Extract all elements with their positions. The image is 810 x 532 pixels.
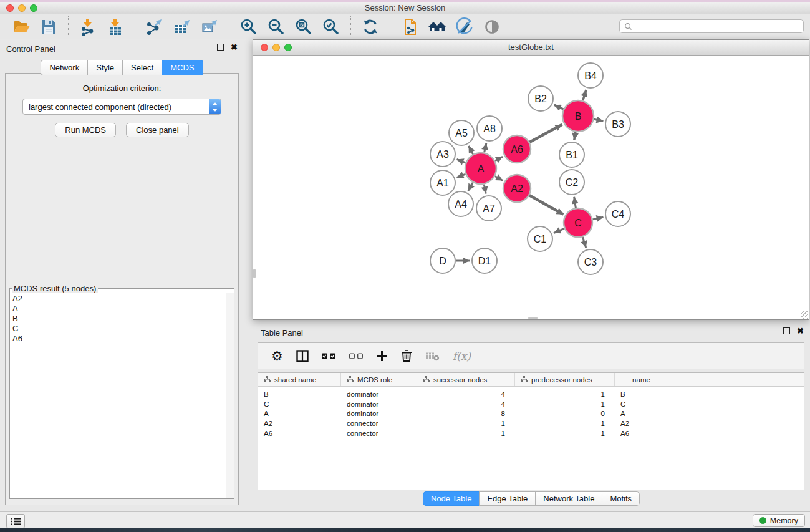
- zoom-out-icon[interactable]: [267, 17, 286, 36]
- export-network-icon[interactable]: [145, 17, 164, 36]
- split-columns-icon[interactable]: [296, 350, 309, 362]
- column-header-shared-name[interactable]: shared name: [258, 373, 341, 386]
- table-row-C[interactable]: Cdominator41C: [258, 399, 804, 409]
- graph-edge-B-B4[interactable]: [583, 90, 586, 100]
- graph-edge-B-B2[interactable]: [554, 105, 564, 109]
- table-row-A6[interactable]: A6connector11A6: [258, 428, 804, 438]
- table-cell[interactable]: 1: [515, 420, 615, 427]
- table-cell[interactable]: 4: [417, 400, 515, 408]
- delete-table-icon[interactable]: [425, 351, 440, 361]
- table-cell[interactable]: connector: [341, 430, 417, 437]
- import-table-icon[interactable]: [106, 17, 125, 36]
- graph-edge-A-A1[interactable]: [456, 174, 465, 177]
- search-input[interactable]: [635, 21, 803, 31]
- tab-motifs[interactable]: Motifs: [602, 491, 640, 506]
- graph-node-B1[interactable]: B1: [559, 142, 584, 167]
- export-image-icon[interactable]: [200, 17, 219, 36]
- graph-edge-A-A7[interactable]: [484, 184, 486, 193]
- task-history-button[interactable]: [6, 514, 25, 528]
- graph-node-B4[interactable]: B4: [578, 63, 603, 88]
- function-builder-icon[interactable]: f(x): [453, 350, 471, 362]
- graph-node-D[interactable]: D: [430, 248, 455, 273]
- zoom-window-button[interactable]: [30, 4, 37, 12]
- apply-layout-icon[interactable]: [361, 17, 380, 36]
- hide-annotations-icon[interactable]: [455, 17, 474, 36]
- zoom-fit-icon[interactable]: [294, 17, 313, 36]
- table-cell[interactable]: connector: [341, 420, 417, 427]
- save-session-icon[interactable]: [39, 17, 58, 36]
- clone-network-icon[interactable]: [400, 17, 419, 36]
- search-box[interactable]: [619, 19, 804, 33]
- graph-node-A[interactable]: A: [465, 153, 496, 184]
- table-cell[interactable]: 1: [417, 420, 515, 427]
- graph-node-A4[interactable]: A4: [448, 191, 473, 216]
- zoom-in-icon[interactable]: [239, 17, 258, 36]
- table-cell[interactable]: B: [258, 390, 341, 398]
- graph-node-A3[interactable]: A3: [430, 142, 455, 167]
- graph-node-D1[interactable]: D1: [472, 248, 497, 273]
- table-cell[interactable]: B: [615, 390, 668, 398]
- show-details-eye-icon[interactable]: [483, 17, 501, 36]
- result-item[interactable]: A: [10, 304, 234, 314]
- graph-edge-A6-B[interactable]: [529, 125, 562, 142]
- horizontal-scrollbar-thumb[interactable]: [528, 317, 538, 319]
- table-cell[interactable]: 4: [417, 390, 515, 398]
- table-row-B[interactable]: Bdominator41B: [258, 389, 804, 399]
- graph-edge-A2-C[interactable]: [529, 195, 563, 215]
- import-network-icon[interactable]: [79, 17, 97, 36]
- select-all-columns-icon[interactable]: [322, 353, 336, 359]
- close-window-button[interactable]: [6, 4, 14, 12]
- table-cell[interactable]: dominator: [341, 410, 417, 417]
- table-cell[interactable]: 1: [515, 390, 615, 398]
- tab-network-table[interactable]: Network Table: [535, 491, 602, 506]
- table-cell[interactable]: A2: [258, 420, 341, 427]
- graph-node-A7[interactable]: A7: [476, 196, 501, 221]
- graph-node-A5[interactable]: A5: [449, 120, 474, 145]
- column-header-successor-nodes[interactable]: successor nodes: [417, 373, 515, 386]
- table-cell[interactable]: 0: [515, 410, 615, 417]
- graph-node-A2[interactable]: A2: [503, 175, 531, 202]
- graph-node-C1[interactable]: C1: [528, 226, 552, 251]
- table-cell[interactable]: A6: [615, 430, 668, 437]
- graph-node-C2[interactable]: C2: [559, 170, 584, 195]
- add-row-icon[interactable]: [377, 351, 388, 362]
- table-cell[interactable]: C: [258, 400, 341, 408]
- table-cell[interactable]: A6: [258, 430, 341, 437]
- table-cell[interactable]: dominator: [341, 390, 417, 398]
- graph-edge-A-A6[interactable]: [495, 157, 503, 160]
- table-cell[interactable]: 1: [515, 430, 615, 437]
- tab-edge-table[interactable]: Edge Table: [479, 491, 536, 506]
- delete-row-trash-icon[interactable]: [401, 349, 412, 362]
- tab-select[interactable]: Select: [122, 60, 162, 75]
- graph-node-C3[interactable]: C3: [578, 249, 603, 274]
- open-file-icon[interactable]: [12, 17, 31, 36]
- graph-node-C[interactable]: C: [564, 208, 592, 237]
- table-cell[interactable]: 1: [515, 400, 615, 408]
- float-panel-icon[interactable]: [217, 44, 224, 51]
- table-cell[interactable]: C: [615, 400, 668, 408]
- criterion-select[interactable]: largest connected component (directed): [22, 99, 221, 115]
- close-table-panel-icon[interactable]: ✖: [797, 328, 804, 334]
- graph-edge-C-C2[interactable]: [574, 197, 576, 208]
- resize-grip[interactable]: [801, 311, 808, 319]
- graph-node-A8[interactable]: A8: [477, 116, 502, 141]
- deselect-all-columns-icon[interactable]: [349, 353, 364, 359]
- column-header-predecessor-nodes[interactable]: predecessor nodes: [515, 373, 615, 386]
- graph-edge-B-B3[interactable]: [594, 119, 603, 121]
- graph-edge-A-A4[interactable]: [468, 183, 473, 191]
- graph-edge-C-C3[interactable]: [582, 237, 586, 248]
- table-cell[interactable]: 8: [417, 410, 515, 417]
- memory-button[interactable]: Memory: [753, 514, 805, 527]
- table-cell[interactable]: A: [258, 410, 341, 417]
- minimize-window-button[interactable]: [18, 4, 26, 12]
- graph-edge-A-A3[interactable]: [456, 159, 465, 162]
- tab-style[interactable]: Style: [87, 60, 123, 75]
- graph-node-B[interactable]: B: [562, 100, 594, 132]
- graph-edge-A-A8[interactable]: [485, 143, 486, 152]
- graph-edge-A-A2[interactable]: [495, 177, 503, 181]
- result-scrollbar[interactable]: [226, 293, 234, 498]
- graph-node-B2[interactable]: B2: [528, 86, 553, 111]
- result-item[interactable]: B: [10, 314, 234, 324]
- table-row-A2[interactable]: A2connector11A2: [258, 418, 804, 428]
- table-cell[interactable]: A2: [615, 420, 668, 427]
